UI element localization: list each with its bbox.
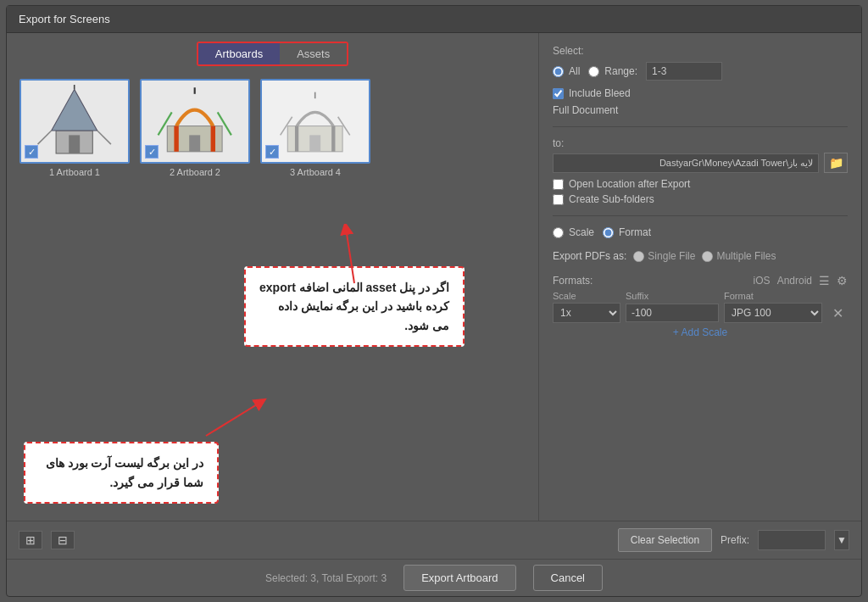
artboard-2-checkbox[interactable]: ✓ (145, 145, 159, 159)
suffix-col-header: Suffix (626, 291, 719, 301)
export-pdfs-row: Export PDFs as: Single File Multiple Fil… (553, 250, 848, 262)
tabs-area: Artboards Assets (15, 42, 530, 66)
dialog-body: Artboards Assets (7, 33, 861, 521)
add-scale-btn[interactable]: + Add Scale (553, 323, 848, 342)
artboard-3-label: 3 Artboard 4 (290, 167, 341, 177)
divider-2 (553, 215, 848, 216)
artboard-3-checkbox[interactable]: ✓ (265, 145, 279, 159)
table-row: 1x 2x 3x JPG 100 PNG SVG PDF ✕ (553, 303, 848, 323)
full-document-label: Full Document (553, 104, 848, 116)
annotation-right: اگر در پنل asset المانی اضافه export کرد… (244, 266, 465, 347)
scale-select[interactable]: 1x 2x 3x (553, 303, 620, 323)
single-file-radio[interactable] (633, 251, 644, 262)
select-row: All Range: (553, 62, 848, 81)
export-to-label: to: (553, 137, 848, 149)
create-subfolders-label: Create Sub-folders (569, 193, 654, 205)
include-bleed-label: Include Bleed (569, 87, 631, 99)
tab-artboards[interactable]: Artboards (198, 43, 280, 64)
artboard-thumb-2[interactable]: ✓ (140, 79, 250, 164)
right-panel: Select: All Range: Include Bleed (539, 33, 861, 521)
formats-section: Formats: iOS Android ☰ ⚙ Scale Suffix Fo… (553, 274, 848, 342)
svg-rect-9 (190, 135, 201, 151)
scale-col-header: Scale (553, 291, 620, 301)
col-headers: Scale Suffix Format (553, 291, 848, 301)
ios-btn[interactable]: iOS (754, 275, 771, 287)
single-file-radio-group: Single File (633, 250, 695, 262)
format-radio-group: Format (603, 226, 651, 238)
all-radio[interactable] (553, 66, 564, 77)
prefix-input[interactable] (758, 530, 826, 550)
all-radio-group: All (553, 65, 580, 77)
select-section: Select: All Range: Include Bleed (553, 45, 848, 116)
cancel-btn[interactable]: Cancel (533, 565, 603, 591)
list-item: ✓ 2 Artboard 2 (140, 79, 250, 381)
list-view-mode-btn[interactable]: ⊟ (51, 531, 75, 549)
include-bleed-checkbox[interactable] (553, 88, 564, 99)
export-to-section: to: لایه باز\DastyarGr\Money\Azadi Tower… (553, 137, 848, 205)
settings-btn[interactable]: ⚙ (837, 274, 848, 287)
left-panel: Artboards Assets (7, 33, 539, 521)
svg-line-20 (206, 402, 261, 436)
artboard-thumb-1[interactable]: ✓ (19, 79, 130, 164)
svg-rect-16 (310, 135, 321, 151)
title-bar: Export for Screens (7, 6, 861, 33)
scale-radio-group: Scale (553, 226, 594, 238)
tabs-container: Artboards Assets (197, 42, 348, 66)
open-location-checkbox[interactable] (553, 179, 564, 190)
status-bar: Selected: 3, Total Export: 3 Export Artb… (7, 559, 861, 596)
range-radio-group: Range: (588, 65, 637, 77)
open-location-row: Open Location after Export (553, 178, 848, 190)
export-pdfs-label: Export PDFs as: (553, 250, 626, 262)
all-label: All (569, 65, 580, 77)
range-label: Range: (604, 65, 637, 77)
list-view-btn[interactable]: ☰ (819, 274, 830, 287)
artboard-1-checkbox[interactable]: ✓ (25, 145, 38, 159)
list-item: ✓ 1 Artboard 1 (19, 79, 130, 381)
status-text: Selected: 3, Total Export: 3 (265, 572, 387, 584)
range-radio[interactable] (588, 66, 599, 77)
platform-btns: iOS Android ☰ ⚙ (754, 274, 848, 287)
include-bleed-row: Include Bleed (553, 87, 848, 99)
multiple-files-radio[interactable] (702, 251, 713, 262)
clear-selection-btn[interactable]: Clear Selection (618, 528, 712, 552)
divider-1 (553, 126, 848, 127)
svg-line-4 (38, 131, 52, 144)
multiple-files-radio-group: Multiple Files (702, 250, 776, 262)
formats-label: Formats: (553, 275, 593, 287)
scale-format-row: Scale Format (553, 226, 848, 238)
artboard-2-label: 2 Artboard 2 (170, 167, 220, 177)
annotation-left: در این برگه لیست آرت بورد های شما قرار م… (24, 442, 219, 504)
grid-view-btn[interactable]: ⊞ (19, 531, 42, 549)
range-input[interactable] (646, 62, 722, 81)
format-col-header: Format (724, 291, 848, 301)
remove-format-btn[interactable]: ✕ (827, 305, 848, 321)
multiple-files-label: Multiple Files (716, 250, 776, 262)
export-artboard-btn[interactable]: Export Artboard (403, 565, 515, 591)
dialog-title: Export for Screens (19, 13, 110, 25)
formats-header: Formats: iOS Android ☰ ⚙ (553, 274, 848, 287)
suffix-input[interactable] (626, 304, 719, 322)
scale-radio-label: Scale (569, 226, 594, 238)
select-label: Select: (553, 45, 848, 57)
format-radio[interactable] (603, 227, 614, 238)
path-row: لایه باز\DastyarGr\Money\Azadi Tower 📁 (553, 153, 848, 173)
export-for-screens-dialog: Export for Screens Artboards Assets (6, 5, 862, 597)
artboard-thumb-3[interactable]: ✓ (260, 79, 370, 164)
android-btn[interactable]: Android (777, 275, 812, 287)
prefix-dropdown-btn[interactable]: ▼ (834, 530, 849, 550)
format-select[interactable]: JPG 100 PNG SVG PDF (724, 303, 822, 323)
open-location-label: Open Location after Export (569, 178, 690, 190)
left-panel-inner: ✓ 1 Artboard 1 (15, 75, 530, 512)
svg-rect-2 (70, 135, 81, 153)
bottom-bar: ⊞ ⊟ Clear Selection Prefix: ▼ (7, 521, 861, 559)
scale-radio[interactable] (553, 227, 564, 238)
svg-marker-1 (52, 89, 97, 131)
tab-assets[interactable]: Assets (280, 43, 347, 64)
single-file-label: Single File (648, 250, 695, 262)
arrow-left-annotation (202, 393, 270, 444)
format-radio-label: Format (619, 226, 651, 238)
path-text: لایه باز\DastyarGr\Money\Azadi Tower (553, 153, 819, 173)
create-subfolders-checkbox[interactable] (553, 194, 564, 205)
folder-btn[interactable]: 📁 (824, 153, 848, 173)
svg-line-5 (97, 131, 111, 144)
